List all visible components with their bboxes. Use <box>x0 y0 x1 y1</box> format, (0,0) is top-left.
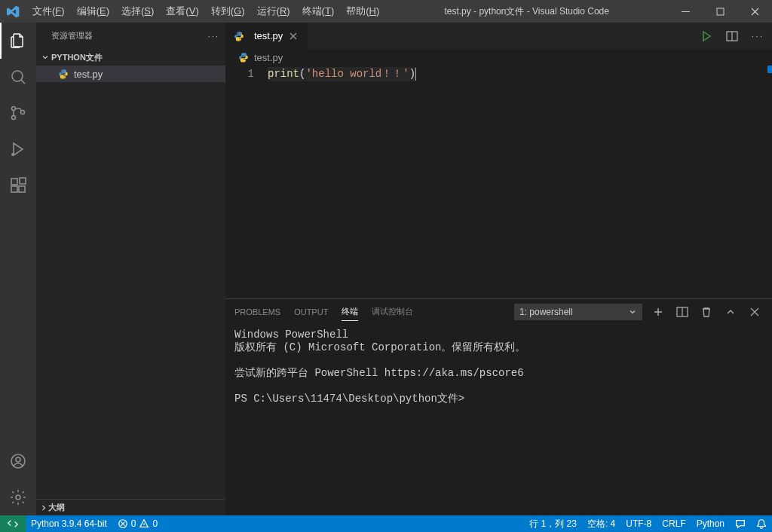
code-content[interactable]: print('hello world！！') <box>268 66 772 298</box>
text-cursor <box>415 68 416 81</box>
remote-indicator-icon[interactable] <box>0 515 26 532</box>
python-file-icon <box>57 68 69 80</box>
status-eol[interactable]: CRLF <box>657 515 691 532</box>
terminal-selector[interactable]: 1: powershell <box>514 304 642 320</box>
activity-account-icon[interactable] <box>0 443 36 479</box>
sidebar-more-icon[interactable]: ··· <box>208 32 219 41</box>
window-close-button[interactable] <box>737 0 772 23</box>
status-line-col[interactable]: 行 1，列 23 <box>524 515 582 532</box>
editor-more-icon[interactable]: ··· <box>749 28 766 44</box>
run-file-icon[interactable] <box>698 28 715 44</box>
sidebar-explorer: 资源管理器 ··· PYTHON文件 test.py 大纲 <box>36 23 225 515</box>
sidebar-title: 资源管理器 <box>51 30 93 41</box>
svg-rect-1 <box>717 8 724 15</box>
menu-bar: 文件(F) 编辑(E) 选择(S) 查看(V) 转到(G) 运行(R) 终端(T… <box>26 0 385 23</box>
status-language[interactable]: Python <box>691 515 730 532</box>
project-section-header[interactable]: PYTHON文件 <box>36 49 225 66</box>
activity-extensions-icon[interactable] <box>0 167 36 203</box>
svg-point-3 <box>12 107 16 111</box>
svg-rect-9 <box>19 186 25 192</box>
window-maximize-button[interactable] <box>703 0 737 23</box>
tab-close-icon[interactable] <box>289 32 298 41</box>
svg-rect-7 <box>11 179 17 185</box>
activity-settings-icon[interactable] <box>0 479 36 515</box>
panel-tabs-row: PROBLEMS OUTPUT 终端 调试控制台 1: powershell <box>225 299 772 324</box>
editor-tab[interactable]: test.py <box>225 23 308 49</box>
window-controls <box>668 0 772 23</box>
line-gutter: 1 <box>225 66 268 298</box>
status-warning-count: 0 <box>152 518 158 529</box>
svg-point-2 <box>12 71 23 81</box>
code-token-fn: print <box>268 68 299 80</box>
status-problems[interactable]: 0 0 <box>112 515 163 532</box>
status-error-count: 0 <box>131 518 136 529</box>
menu-help[interactable]: 帮助(H) <box>340 0 385 23</box>
panel-tab-problems[interactable]: PROBLEMS <box>234 304 280 320</box>
title-bar: 文件(F) 编辑(E) 选择(S) 查看(V) 转到(G) 运行(R) 终端(T… <box>0 0 772 23</box>
window-title: test.py - python文件 - Visual Studio Code <box>385 5 668 18</box>
close-panel-icon[interactable] <box>746 304 763 320</box>
activity-explorer-icon[interactable] <box>0 23 36 59</box>
activity-run-debug-icon[interactable] <box>0 131 36 167</box>
new-terminal-icon[interactable] <box>650 304 666 320</box>
project-name: PYTHON文件 <box>51 52 103 63</box>
activity-bar <box>0 23 36 515</box>
overview-ruler[interactable] <box>761 66 772 515</box>
maximize-panel-icon[interactable] <box>722 304 739 320</box>
panel-tab-output[interactable]: OUTPUT <box>294 304 328 320</box>
split-editor-icon[interactable] <box>724 28 740 44</box>
scroll-marker <box>767 66 772 73</box>
vscode-logo-icon <box>0 5 26 18</box>
python-file-icon <box>233 30 245 42</box>
kill-terminal-icon[interactable] <box>698 304 715 320</box>
chevron-down-icon <box>39 53 51 62</box>
code-editor[interactable]: 1 print('hello world！！') <box>225 66 772 298</box>
menu-run[interactable]: 运行(R) <box>251 0 296 23</box>
chevron-right-icon <box>39 503 48 512</box>
breadcrumb-file: test.py <box>254 52 283 63</box>
activity-source-control-icon[interactable] <box>0 95 36 131</box>
menu-file[interactable]: 文件(F) <box>26 0 71 23</box>
python-file-icon <box>237 51 250 63</box>
status-feedback-icon[interactable] <box>730 515 751 532</box>
outline-section-header[interactable]: 大纲 <box>36 499 225 515</box>
svg-point-4 <box>12 116 16 120</box>
status-encoding[interactable]: UTF-8 <box>620 515 657 532</box>
menu-edit[interactable]: 编辑(E) <box>71 0 115 23</box>
window-minimize-button[interactable] <box>668 0 703 23</box>
menu-terminal[interactable]: 终端(T) <box>296 0 341 23</box>
split-terminal-icon[interactable] <box>674 304 691 320</box>
terminal-body[interactable]: Windows PowerShell 版权所有 (C) Microsoft Co… <box>225 324 772 515</box>
menu-view[interactable]: 查看(V) <box>160 0 204 23</box>
file-name: test.py <box>74 69 103 80</box>
editor-actions: ··· <box>698 23 772 49</box>
menu-select[interactable]: 选择(S) <box>115 0 160 23</box>
menu-goto[interactable]: 转到(G) <box>205 0 251 23</box>
status-bar: Python 3.9.4 64-bit 0 0 行 1，列 23 空格: 4 U… <box>0 515 772 532</box>
svg-point-6 <box>11 153 14 156</box>
code-token-string: 'hello world！！' <box>305 68 409 80</box>
bottom-panel: PROBLEMS OUTPUT 终端 调试控制台 1: powershell W… <box>225 298 772 515</box>
file-tree-item[interactable]: test.py <box>36 66 225 82</box>
svg-rect-10 <box>20 178 26 184</box>
status-indentation[interactable]: 空格: 4 <box>582 515 620 532</box>
code-token-punc: ) <box>409 68 415 80</box>
panel-tab-debug-console[interactable]: 调试控制台 <box>372 303 413 320</box>
outline-label: 大纲 <box>48 502 65 513</box>
panel-tab-terminal[interactable]: 终端 <box>342 303 358 321</box>
status-bell-icon[interactable] <box>751 515 772 532</box>
svg-rect-0 <box>682 11 690 12</box>
status-python-interpreter[interactable]: Python 3.9.4 64-bit <box>26 515 112 532</box>
svg-point-13 <box>16 495 20 500</box>
svg-rect-8 <box>11 186 17 192</box>
tab-label: test.py <box>254 30 283 41</box>
svg-point-5 <box>21 111 25 115</box>
breadcrumb[interactable]: test.py <box>225 49 772 66</box>
sidebar-title-row: 资源管理器 ··· <box>36 23 225 49</box>
line-number: 1 <box>225 67 254 81</box>
chevron-down-icon <box>628 307 637 316</box>
activity-search-icon[interactable] <box>0 59 36 95</box>
svg-point-12 <box>16 457 20 462</box>
editor-tabs: test.py ··· <box>225 23 772 49</box>
terminal-selector-label: 1: powershell <box>519 307 573 317</box>
